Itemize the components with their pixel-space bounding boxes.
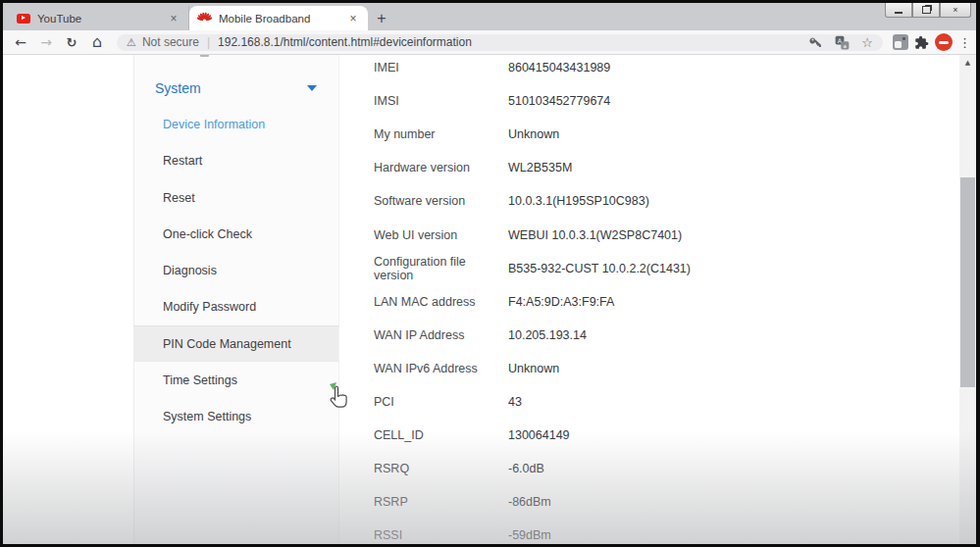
- extension-icon[interactable]: [893, 34, 908, 50]
- extensions-puzzle-icon[interactable]: [914, 35, 929, 50]
- sidebar-item-system-settings[interactable]: System Settings: [134, 399, 338, 435]
- restore-button[interactable]: [912, 3, 940, 18]
- info-value: 10.0.3.1(H195SP10C983): [508, 194, 649, 208]
- sidebar-item-label: Restart: [163, 154, 202, 168]
- home-icon[interactable]: ⌂: [87, 34, 107, 50]
- sidebar-item-system[interactable]: System: [134, 70, 338, 106]
- tab-youtube[interactable]: YouTube ×: [9, 6, 189, 30]
- info-label: WAN IP Address: [374, 328, 508, 342]
- table-row: Hardware versionWL2B535M: [374, 151, 937, 184]
- table-row: RSRP-86dBm: [374, 485, 937, 519]
- info-label: RSRP: [374, 495, 508, 509]
- sidebar-item-reset[interactable]: Reset: [134, 179, 338, 216]
- info-label: Web UI version: [374, 228, 508, 242]
- page-content: SystemDevice InformationRestartResetOne-…: [3, 55, 976, 544]
- info-value: Unknown: [508, 362, 559, 375]
- info-value: B535-932-CUST 10.0.2.2(C1431): [508, 262, 691, 275]
- table-row: LAN MAC addressF4:A5:9D:A3:F9:FA: [374, 285, 937, 319]
- vertical-scrollbar[interactable]: ▲: [959, 55, 976, 544]
- sidebar-item-label: Modify Password: [163, 300, 256, 314]
- table-row: WAN IP Address10.205.193.14: [374, 319, 937, 352]
- info-value: -59dBm: [508, 528, 551, 542]
- back-icon[interactable]: ←: [11, 35, 30, 49]
- info-value: -6.0dB: [508, 462, 544, 475]
- omnibox-divider: |: [207, 35, 210, 49]
- info-label: IMSI: [374, 94, 508, 108]
- translate-icon[interactable]: A a: [835, 35, 850, 50]
- sidebar-item-label: System: [155, 80, 201, 96]
- reload-icon[interactable]: ↻: [62, 36, 81, 49]
- scroll-up-icon[interactable]: ▲: [959, 55, 976, 70]
- info-value: 860415043431989: [508, 61, 610, 75]
- info-value: 10.205.193.14: [508, 328, 587, 342]
- profile-avatar[interactable]: [935, 33, 953, 51]
- info-value: -86dBm: [508, 495, 551, 509]
- info-value: 130064149: [508, 428, 570, 442]
- sidebar-item-label: PIN Code Management: [163, 337, 291, 351]
- restore-icon: [922, 6, 931, 14]
- tab-close-icon[interactable]: ×: [167, 12, 181, 25]
- new-tab-button[interactable]: +: [368, 6, 395, 30]
- forward-icon[interactable]: →: [36, 35, 56, 49]
- info-label: RSRQ: [374, 462, 508, 475]
- sidebar-item-modify-password[interactable]: Modify Password: [134, 289, 338, 325]
- youtube-icon: [17, 14, 30, 24]
- sidebar-item-diagnosis[interactable]: Diagnosis: [134, 252, 338, 288]
- url-text[interactable]: 192.168.8.1/html/content.html#deviceinfo…: [218, 35, 803, 49]
- tab-close-icon[interactable]: ×: [346, 12, 360, 25]
- minimize-icon: [895, 12, 903, 14]
- info-value: F4:A5:9D:A3:F9:FA: [508, 295, 614, 309]
- info-value: 43: [508, 395, 522, 409]
- window-controls: ×: [885, 3, 971, 18]
- table-row: CELL_ID130064149: [374, 419, 937, 452]
- table-row: Configuration file versionB535-932-CUST …: [374, 252, 937, 285]
- scrollbar-thumb[interactable]: [960, 177, 975, 387]
- info-label: WAN IPv6 Address: [374, 362, 508, 375]
- table-row: RSRQ-6.0dB: [374, 452, 937, 485]
- password-key-icon[interactable]: [809, 35, 823, 49]
- table-row: Web UI versionWEBUI 10.0.3.1(W2SP8C7401): [374, 218, 937, 251]
- browser-window: × YouTube × Mobile Broadband: [0, 0, 980, 547]
- info-label: IMEI: [374, 61, 508, 75]
- clipped-item-remnant: [200, 55, 209, 57]
- table-row: Software version10.0.3.1(H195SP10C983): [374, 184, 937, 218]
- minimize-button[interactable]: [885, 3, 912, 18]
- sidebar-item-restart[interactable]: Restart: [134, 143, 338, 179]
- info-label: Hardware version: [374, 161, 508, 174]
- browser-toolbar: ← → ↻ ⌂ ⚠ Not secure | 192.168.8.1/html/…: [3, 30, 976, 55]
- info-label: CELL_ID: [374, 428, 508, 442]
- table-row: IMEI860415043431989: [374, 55, 937, 84]
- device-info-list: IMEI860415043431989IMSI510103452779674My…: [374, 55, 937, 544]
- table-row: WAN IPv6 AddressUnknown: [374, 352, 937, 385]
- tab-mobile-broadband[interactable]: Mobile Broadband ×: [189, 6, 368, 30]
- sidebar-item-pin-code-management[interactable]: PIN Code Management: [134, 325, 338, 362]
- close-button[interactable]: ×: [940, 3, 971, 18]
- not-secure-warning-icon: ⚠: [127, 36, 136, 49]
- address-bar[interactable]: ⚠ Not secure | 192.168.8.1/html/content.…: [117, 34, 883, 51]
- security-label[interactable]: Not secure: [142, 35, 199, 49]
- info-label: Configuration file version: [374, 255, 508, 282]
- table-row: PCI43: [374, 385, 937, 419]
- sidebar-item-device-information[interactable]: Device Information: [134, 106, 338, 142]
- info-value: 510103452779674: [508, 94, 610, 108]
- bookmark-star-icon[interactable]: ☆: [861, 35, 873, 50]
- sidebar-item-label: Diagnosis: [163, 264, 217, 277]
- info-label: Software version: [374, 194, 508, 208]
- info-label: LAN MAC address: [374, 295, 508, 309]
- sidebar-item-label: Reset: [163, 191, 195, 205]
- sidebar-item-label: One-click Check: [163, 227, 252, 241]
- sidebar-menu: SystemDevice InformationRestartResetOne-…: [133, 55, 339, 544]
- info-value: Unknown: [508, 127, 559, 141]
- svg-text:a: a: [844, 42, 847, 48]
- huawei-icon: [197, 11, 212, 25]
- table-row: My numberUnknown: [374, 118, 937, 151]
- sidebar-item-label: Device Information: [163, 118, 265, 131]
- tab-title: YouTube: [37, 13, 167, 25]
- browser-menu-icon[interactable]: ⋮: [958, 35, 968, 50]
- table-row: IMSI510103452779674: [374, 84, 937, 118]
- info-label: PCI: [374, 395, 508, 409]
- tab-title: Mobile Broadband: [219, 13, 346, 25]
- info-label: My number: [374, 127, 508, 141]
- sidebar-item-one-click-check[interactable]: One-click Check: [134, 216, 338, 252]
- sidebar-item-time-settings[interactable]: Time Settings: [134, 362, 338, 398]
